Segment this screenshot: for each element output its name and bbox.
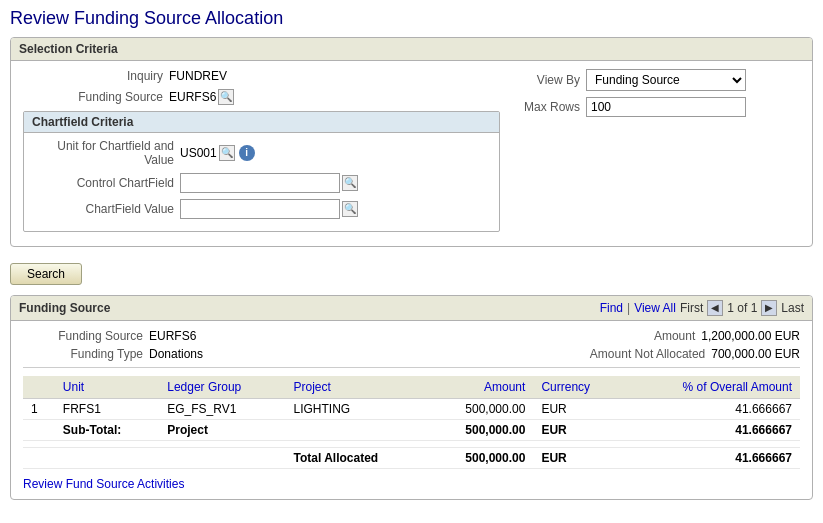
view-by-select[interactable]: Funding Source Project Ledger Group	[586, 69, 746, 91]
selection-criteria-content: Inquiry FUNDREV Funding Source EURFS6 🔍 …	[11, 61, 812, 246]
next-page-button[interactable]: ▶	[761, 300, 777, 316]
ft-label: Funding Type	[23, 347, 143, 361]
review-link[interactable]: Review Fund Source Activities	[23, 477, 184, 491]
unit-value: US001	[180, 146, 217, 160]
chartfield-criteria-content: Unit for Chartfield and Value US001 🔍 i …	[24, 133, 499, 231]
cell-num: 1	[23, 399, 55, 420]
fs-value: EURFS6	[149, 329, 196, 343]
control-chartfield-lookup-icon[interactable]: 🔍	[342, 175, 358, 191]
right-fields: View By Funding Source Project Ledger Gr…	[500, 69, 800, 238]
left-fields: Inquiry FUNDREV Funding Source EURFS6 🔍 …	[23, 69, 500, 238]
view-by-label: View By	[500, 73, 580, 87]
subtotal-currency: EUR	[533, 420, 624, 441]
unit-row: Unit for Chartfield and Value US001 🔍 i	[34, 139, 489, 167]
top-area: Inquiry FUNDREV Funding Source EURFS6 🔍 …	[23, 69, 800, 238]
subtotal-sub-label: Project	[159, 420, 285, 441]
chartfield-value-lookup-icon[interactable]: 🔍	[342, 201, 358, 217]
total-amount: 500,000.00	[427, 448, 534, 469]
unit-lookup-icon[interactable]: 🔍	[219, 145, 235, 161]
page-container: Review Funding Source Allocation Selecti…	[0, 0, 823, 508]
chartfield-criteria-section: Chartfield Criteria Unit for Chartfield …	[23, 111, 500, 232]
col-unit: Unit	[55, 376, 159, 399]
chartfield-value-row: ChartField Value 🔍	[34, 199, 489, 219]
ft-right: Amount Not Allocated 700,000.00 EUR	[412, 347, 801, 361]
cell-project: LIGHTING	[286, 399, 427, 420]
table-header-row: Unit Ledger Group Project Amount Currenc…	[23, 376, 800, 399]
amount-label: Amount	[575, 329, 695, 343]
unit-label: Unit for Chartfield and Value	[34, 139, 174, 167]
inquiry-value: FUNDREV	[169, 69, 227, 83]
chartfield-value-input[interactable]	[180, 199, 340, 219]
cell-amount: 500,000.00	[427, 399, 534, 420]
total-empty-3	[159, 448, 285, 469]
chartfield-criteria-header: Chartfield Criteria	[24, 112, 499, 133]
funding-source-lookup-icon[interactable]: 🔍	[218, 89, 234, 105]
total-label: Total Allocated	[286, 448, 427, 469]
col-project: Project	[286, 376, 427, 399]
col-currency: Currency	[533, 376, 624, 399]
prev-page-button[interactable]: ◀	[707, 300, 723, 316]
ana-label: Amount Not Allocated	[585, 347, 705, 361]
col-pct: % of Overall Amount	[624, 376, 800, 399]
subtotal-text: Sub-Total:	[55, 420, 159, 441]
page-title: Review Funding Source Allocation	[10, 8, 813, 29]
results-header: Funding Source Find | View All First ◀ 1…	[11, 296, 812, 321]
view-all-link[interactable]: View All	[634, 301, 676, 315]
ft-value: Donations	[149, 347, 203, 361]
data-table: Unit Ledger Group Project Amount Currenc…	[23, 376, 800, 469]
ft-left: Funding Type Donations	[23, 347, 412, 361]
subtotal-empty	[286, 420, 427, 441]
control-chartfield-row: Control ChartField 🔍	[34, 173, 489, 193]
info-icon[interactable]: i	[239, 145, 255, 161]
chartfield-value-label: ChartField Value	[34, 202, 174, 216]
total-pct: 41.666667	[624, 448, 800, 469]
max-rows-input[interactable]	[586, 97, 746, 117]
funding-source-row: Funding Source EURFS6 🔍	[23, 89, 500, 105]
fs-left: Funding Source EURFS6	[23, 329, 412, 343]
col-ledger-group: Ledger Group	[159, 376, 285, 399]
search-button[interactable]: Search	[10, 263, 82, 285]
cell-pct: 41.666667	[624, 399, 800, 420]
selection-criteria-header: Selection Criteria	[11, 38, 812, 61]
pagination: Find | View All First ◀ 1 of 1 ▶ Last	[600, 300, 804, 316]
results-section: Funding Source Find | View All First ◀ 1…	[10, 295, 813, 500]
amount-value: 1,200,000.00 EUR	[701, 329, 800, 343]
control-chartfield-input[interactable]	[180, 173, 340, 193]
cell-ledger-group: EG_FS_RV1	[159, 399, 285, 420]
subtotal-row: Sub-Total: Project 500,000.00 EUR 41.666…	[23, 420, 800, 441]
max-rows-label: Max Rows	[500, 100, 580, 114]
total-empty-2	[55, 448, 159, 469]
first-label: First	[680, 301, 703, 315]
inquiry-label: Inquiry	[23, 69, 163, 83]
selection-criteria-section: Selection Criteria Inquiry FUNDREV Fundi…	[10, 37, 813, 247]
total-currency: EUR	[533, 448, 624, 469]
table-row: 1 FRFS1 EG_FS_RV1 LIGHTING 500,000.00 EU…	[23, 399, 800, 420]
results-content: Funding Source EURFS6 Amount 1,200,000.0…	[11, 321, 812, 499]
results-title: Funding Source	[19, 301, 110, 315]
control-chartfield-label: Control ChartField	[34, 176, 174, 190]
find-link[interactable]: Find	[600, 301, 623, 315]
results-info-row-2: Funding Type Donations Amount Not Alloca…	[23, 347, 800, 361]
fs-right: Amount 1,200,000.00 EUR	[412, 329, 801, 343]
max-rows-row: Max Rows	[500, 97, 800, 117]
col-num	[23, 376, 55, 399]
subtotal-amount: 500,000.00	[427, 420, 534, 441]
funding-source-label: Funding Source	[23, 90, 163, 104]
ana-value: 700,000.00 EUR	[711, 347, 800, 361]
cell-currency: EUR	[533, 399, 624, 420]
last-label: Last	[781, 301, 804, 315]
view-by-row: View By Funding Source Project Ledger Gr…	[500, 69, 800, 91]
subtotal-label	[23, 420, 55, 441]
funding-source-value: EURFS6	[169, 90, 216, 104]
separator	[23, 367, 800, 368]
results-info-row-1: Funding Source EURFS6 Amount 1,200,000.0…	[23, 329, 800, 343]
cell-unit: FRFS1	[55, 399, 159, 420]
pagination-text: 1 of 1	[727, 301, 757, 315]
fs-label: Funding Source	[23, 329, 143, 343]
inquiry-row: Inquiry FUNDREV	[23, 69, 500, 83]
total-row: Total Allocated 500,000.00 EUR 41.666667	[23, 448, 800, 469]
col-amount: Amount	[427, 376, 534, 399]
subtotal-pct: 41.666667	[624, 420, 800, 441]
total-empty-1	[23, 448, 55, 469]
